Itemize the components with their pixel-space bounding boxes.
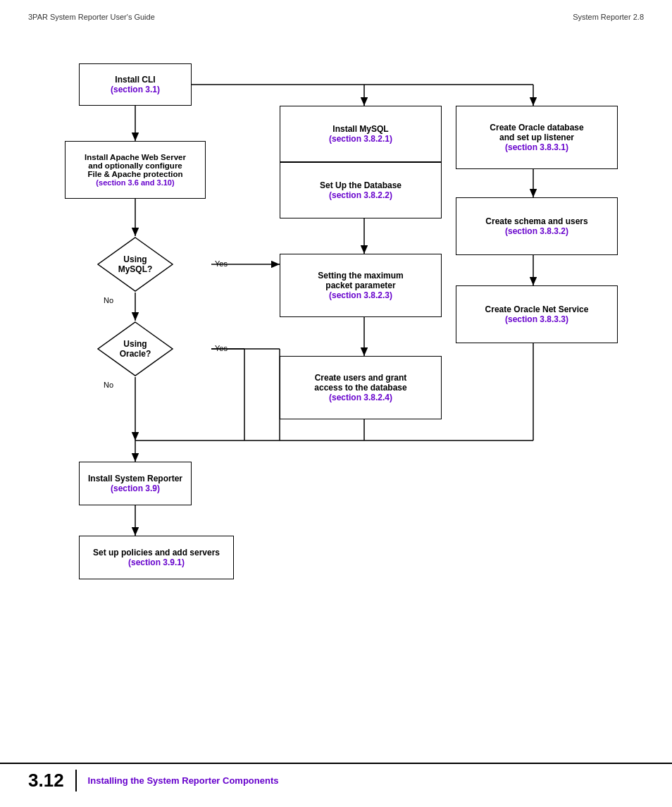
setup-db-title: Set Up the Database (320, 180, 402, 190)
page-header: 3PAR System Reporter User's Guide System… (0, 0, 672, 21)
schema-link: (section 3.8.3.2) (505, 226, 568, 236)
policies-title: Set up policies and add servers (93, 548, 220, 557)
box-create-schema: Create schema and users (section 3.8.3.2… (456, 197, 618, 255)
box-install-apache: Install Apache Web Server and optionally… (65, 141, 206, 199)
page-footer: 3.12 Installing the System Reporter Comp… (0, 763, 672, 791)
footer-section-label: Installing the System Reporter Component… (88, 775, 279, 786)
max-packet-line1: Setting the maximum (318, 271, 403, 281)
box-setup-db: Set Up the Database (section 3.8.2.2) (280, 162, 442, 218)
create-users-line2: access to the database (314, 383, 406, 393)
max-packet-link: (section 3.8.2.3) (329, 290, 392, 300)
install-cli-link: (section 3.1) (111, 85, 160, 94)
flowchart-area: Install CLI (section 3.1) Install Apache… (26, 42, 646, 592)
header-right: System Reporter 2.8 (573, 13, 644, 21)
schema-title: Create schema and users (485, 216, 587, 226)
apache-line2: and optionally configure (88, 161, 182, 170)
diamond-oracle: Using Oracle? (97, 321, 174, 377)
oracle-db-line1: Create Oracle database (490, 123, 583, 133)
apache-link: (section 3.6 and 3.10) (96, 178, 174, 187)
header-left: 3PAR System Reporter User's Guide (28, 13, 155, 21)
max-packet-line2: packet parameter (325, 281, 395, 290)
footer-page-number: 3.12 (28, 770, 77, 791)
mysql-yes-label: Yes (215, 259, 228, 268)
reporter-title: Install System Reporter (88, 474, 182, 483)
oracle-db-link: (section 3.8.3.1) (505, 142, 568, 152)
create-users-link: (section 3.8.2.4) (329, 393, 392, 402)
apache-line3: File & Apache protection (87, 170, 182, 178)
box-max-packet: Setting the maximum packet parameter (se… (280, 254, 442, 317)
box-set-policies: Set up policies and add servers (section… (79, 536, 234, 579)
oracle-no-label: No (104, 381, 113, 389)
box-install-mysql: Install MySQL (section 3.8.2.1) (280, 106, 442, 162)
box-create-users-grant: Create users and grant access to the dat… (280, 356, 442, 419)
oracle-diamond-line2: Oracle? (120, 349, 151, 359)
install-cli-title: Install CLI (115, 75, 155, 85)
policies-link: (section 3.9.1) (128, 557, 185, 567)
oracle-yes-label: Yes (215, 344, 228, 352)
oracle-net-title: Create Oracle Net Service (485, 304, 589, 314)
oracle-diamond-line1: Using (123, 339, 147, 349)
box-install-reporter: Install System Reporter (section 3.9) (79, 462, 192, 505)
mysql-no-label: No (104, 296, 113, 304)
oracle-net-link: (section 3.8.3.3) (505, 314, 568, 324)
box-install-cli: Install CLI (section 3.1) (79, 63, 192, 106)
reporter-link: (section 3.9) (111, 483, 160, 493)
create-users-line1: Create users and grant (315, 373, 407, 383)
mysql-link: (section 3.8.2.1) (329, 134, 392, 144)
diamond-mysql: Using MySQL? (97, 236, 174, 292)
mysql-diamond-line1: Using (123, 254, 147, 264)
box-create-oracle-net: Create Oracle Net Service (section 3.8.3… (456, 285, 618, 343)
apache-line1: Install Apache Web Server (85, 153, 186, 161)
oracle-db-line2: and set up listener (499, 133, 574, 142)
mysql-diamond-line2: MySQL? (118, 264, 153, 274)
setup-db-link: (section 3.8.2.2) (329, 190, 392, 200)
box-create-oracle-db: Create Oracle database and set up listen… (456, 106, 618, 169)
mysql-title: Install MySQL (332, 124, 388, 134)
